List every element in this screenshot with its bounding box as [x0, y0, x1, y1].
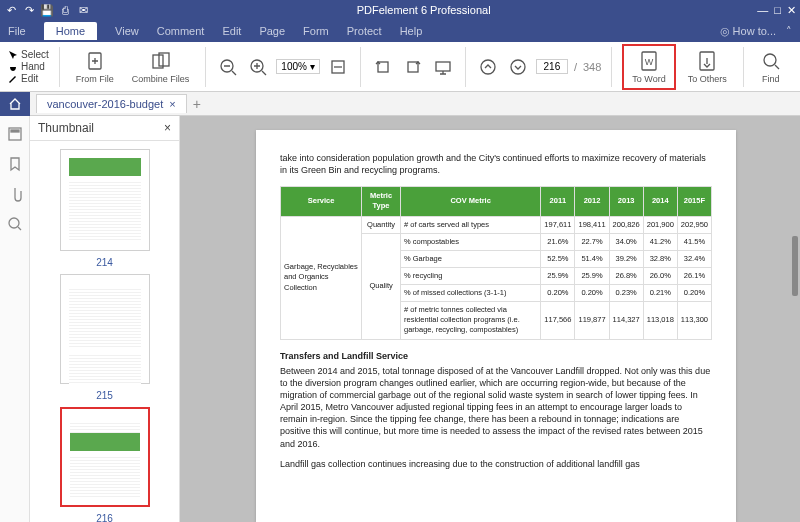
page-total: 348: [583, 61, 601, 73]
collapse-ribbon-icon[interactable]: ˄: [786, 25, 792, 38]
scrollbar[interactable]: [792, 236, 798, 296]
close-tab-icon[interactable]: ×: [169, 98, 175, 110]
combine-files-button[interactable]: Combine Files: [126, 48, 196, 86]
menu-protect[interactable]: Protect: [347, 25, 382, 37]
rotate-left-icon[interactable]: [371, 55, 395, 79]
menu-page[interactable]: Page: [259, 25, 285, 37]
undo-icon[interactable]: ↶: [4, 3, 18, 17]
svg-rect-16: [11, 130, 19, 132]
svg-point-9: [481, 60, 495, 74]
zoom-in-icon[interactable]: [246, 55, 270, 79]
menu-view[interactable]: View: [115, 25, 139, 37]
thumb-label: 216: [96, 513, 113, 522]
howto-link[interactable]: ◎ How to...: [720, 25, 776, 38]
print-icon[interactable]: ⎙: [58, 3, 72, 17]
thumbnail-215[interactable]: [60, 274, 150, 384]
to-others-button[interactable]: To Others: [682, 48, 733, 86]
presentation-icon[interactable]: [431, 55, 455, 79]
menu-file[interactable]: File: [8, 25, 26, 37]
app-title: PDFelement 6 Professional: [90, 4, 757, 16]
menubar: File Home View Comment Edit Page Form Pr…: [0, 20, 800, 42]
fit-width-icon[interactable]: [326, 55, 350, 79]
chevron-down-icon: ▾: [310, 61, 315, 72]
find-button[interactable]: Find: [754, 48, 788, 86]
thumbnail-title: Thumbnail: [38, 121, 94, 135]
mail-icon[interactable]: ✉: [76, 3, 90, 17]
sidebar-icons: [0, 116, 30, 522]
body-text: Between 2014 and 2015, total tonnage dis…: [280, 365, 712, 450]
thumb-label: 214: [96, 257, 113, 268]
to-word-button[interactable]: WTo Word: [626, 48, 671, 86]
page-down-icon[interactable]: [506, 55, 530, 79]
thumbnail-214[interactable]: [60, 149, 150, 251]
hand-tool[interactable]: Hand: [8, 61, 49, 72]
thumbnail-216[interactable]: [60, 407, 150, 507]
bookmark-icon[interactable]: [7, 156, 23, 172]
search-icon[interactable]: [7, 216, 23, 232]
edit-tool[interactable]: Edit: [8, 73, 49, 84]
menu-edit[interactable]: Edit: [222, 25, 241, 37]
attachment-icon[interactable]: [7, 186, 23, 202]
from-file-button[interactable]: From File: [70, 48, 120, 86]
save-icon[interactable]: 💾: [40, 3, 54, 17]
document-tab[interactable]: vancouver-2016-budget×: [36, 94, 187, 113]
thumb-label: 215: [96, 390, 113, 401]
svg-rect-8: [436, 62, 450, 71]
menu-comment[interactable]: Comment: [157, 25, 205, 37]
pdf-page: take into consideration population growt…: [256, 130, 736, 522]
menu-home[interactable]: Home: [44, 22, 97, 40]
minimize-icon[interactable]: —: [757, 4, 768, 17]
zoom-level[interactable]: 100% ▾: [276, 59, 320, 74]
close-panel-icon[interactable]: ×: [164, 121, 171, 135]
body-text: Landfill gas collection continues increa…: [280, 458, 712, 470]
zoom-out-icon[interactable]: [216, 55, 240, 79]
page-current[interactable]: 216: [536, 59, 568, 74]
close-icon[interactable]: ✕: [787, 4, 796, 17]
svg-point-14: [764, 54, 776, 66]
rotate-right-icon[interactable]: [401, 55, 425, 79]
page-sep: /: [574, 61, 577, 73]
svg-point-17: [9, 218, 19, 228]
tabbar: vancouver-2016-budget× +: [0, 92, 800, 116]
metrics-table: ServiceMetric TypeCOV Metric201120122013…: [280, 186, 712, 339]
ribbon: Select Hand Edit From File Combine Files…: [0, 42, 800, 92]
titlebar: ↶ ↷ 💾 ⎙ ✉ PDFelement 6 Professional — □ …: [0, 0, 800, 20]
home-tab-icon[interactable]: [0, 92, 30, 116]
thumbnail-panel: Thumbnail × 214 215 216: [30, 116, 180, 522]
thumbnails-icon[interactable]: [7, 126, 23, 142]
menu-form[interactable]: Form: [303, 25, 329, 37]
select-tool[interactable]: Select: [8, 49, 49, 60]
svg-text:W: W: [645, 57, 654, 67]
add-tab-icon[interactable]: +: [193, 96, 201, 112]
maximize-icon[interactable]: □: [774, 4, 781, 17]
menu-help[interactable]: Help: [400, 25, 423, 37]
redo-icon[interactable]: ↷: [22, 3, 36, 17]
page-up-icon[interactable]: [476, 55, 500, 79]
svg-point-10: [511, 60, 525, 74]
intro-text: take into consideration population growt…: [280, 152, 712, 176]
section-heading: Transfers and Landfill Service: [280, 350, 712, 362]
document-viewport[interactable]: take into consideration population growt…: [180, 116, 800, 522]
